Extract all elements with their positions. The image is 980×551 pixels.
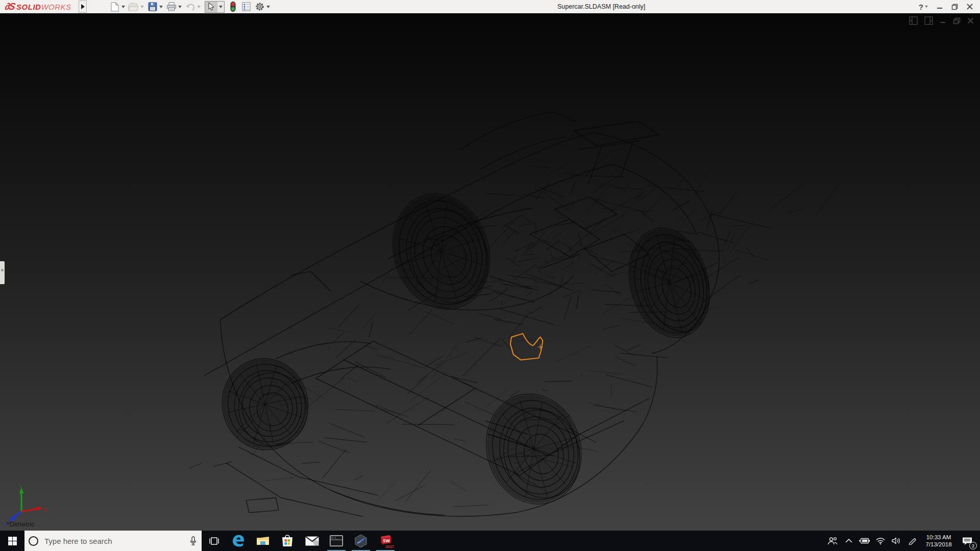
help-button[interactable]: ?	[917, 0, 930, 13]
cmd-title-text: C:\_	[331, 536, 338, 540]
restore-button[interactable]	[949, 0, 960, 13]
windows-logo-icon	[8, 537, 17, 545]
document-close-icon[interactable]	[967, 17, 974, 24]
command-prompt-icon: C:\_	[330, 535, 343, 546]
document-minimize-icon[interactable]	[940, 17, 946, 24]
rebuild-traffic-light-icon	[228, 1, 239, 12]
clock-date: 7/13/2018	[925, 541, 951, 548]
new-document-caret[interactable]	[120, 1, 126, 12]
window-controls: ?	[917, 0, 975, 13]
microphone-icon[interactable]	[190, 536, 197, 546]
windows-taskbar: C:\_ SW 2017	[0, 531, 980, 551]
search-input[interactable]	[44, 537, 190, 545]
title-bar: ∂S SOLIDWORKS	[0, 0, 980, 13]
task-view-icon	[209, 537, 219, 545]
mail-icon	[305, 536, 319, 546]
display-pane-right-icon[interactable]	[924, 16, 933, 25]
store-button[interactable]	[275, 531, 300, 551]
print-button[interactable]	[165, 1, 184, 13]
close-button[interactable]	[965, 0, 975, 13]
mail-button[interactable]	[300, 531, 324, 551]
save-icon	[147, 1, 158, 12]
help-caret-icon	[925, 6, 928, 8]
rebuild-button[interactable]	[227, 1, 240, 13]
quick-access-toolbar	[108, 0, 272, 13]
sw-letters: SW	[383, 538, 390, 543]
print-icon	[166, 1, 177, 12]
store-icon	[281, 534, 293, 547]
speaker-icon	[892, 537, 901, 544]
select-tool-caret[interactable]	[217, 2, 224, 12]
start-button[interactable]	[0, 531, 24, 551]
cortana-icon	[29, 536, 38, 546]
feature-manager-tab-dot-icon	[1, 269, 4, 271]
people-icon	[828, 537, 838, 545]
select-tool-button[interactable]	[205, 2, 217, 12]
clock-time: 10:33 AM	[926, 534, 951, 541]
file-properties-button[interactable]	[240, 1, 253, 13]
feature-manager-collapsed-tab[interactable]	[0, 261, 5, 284]
solidworks-logo[interactable]: ∂S SOLIDWORKS	[0, 0, 75, 13]
taskbar-clock[interactable]: 10:33 AM 7/13/2018	[920, 531, 958, 551]
new-document-button[interactable]	[108, 1, 127, 13]
wifi-icon	[876, 538, 885, 544]
battery-charging-icon	[859, 538, 870, 544]
display-pane-left-icon[interactable]	[909, 16, 918, 25]
task-view-button[interactable]	[202, 531, 226, 551]
hexagon-app-icon	[354, 534, 368, 548]
options-button[interactable]	[253, 1, 272, 13]
wireframe-model-canvas[interactable]	[0, 13, 980, 531]
undo-caret[interactable]	[196, 1, 202, 12]
edge-icon	[232, 534, 245, 547]
flyout-arrow-icon	[81, 4, 85, 9]
view-orientation-label: *Dimetric	[7, 520, 35, 528]
minimize-button[interactable]	[935, 0, 945, 13]
print-caret[interactable]	[177, 1, 183, 12]
edge-button[interactable]	[226, 531, 251, 551]
network-button[interactable]	[872, 531, 888, 551]
windows-ink-button[interactable]	[904, 531, 920, 551]
undo-icon	[185, 1, 196, 12]
select-cursor-icon	[208, 3, 214, 11]
options-caret[interactable]	[265, 1, 271, 12]
system-tray: 10:33 AM 7/13/2018 2	[825, 531, 980, 551]
open-caret[interactable]	[139, 1, 145, 12]
pen-icon	[908, 537, 916, 545]
menu-flyout-button[interactable]	[79, 1, 87, 13]
command-prompt-button[interactable]: C:\_	[324, 531, 349, 551]
window-title: Supercar.SLDASM [Read-only]	[557, 0, 645, 13]
new-document-icon	[109, 1, 120, 12]
open-icon	[128, 1, 139, 12]
solidworks-logo-icon: ∂S	[4, 1, 16, 12]
brand-name-light: WORKS	[41, 3, 71, 11]
notification-badge: 2	[969, 542, 977, 549]
open-button[interactable]	[127, 1, 146, 13]
graphics-area[interactable]: Y X Z *Dimetric	[0, 13, 980, 531]
save-button[interactable]	[146, 1, 165, 13]
select-tool-group	[205, 1, 225, 13]
chevron-up-icon	[845, 539, 852, 543]
hidden-icons-button[interactable]	[841, 531, 856, 551]
file-explorer-icon	[256, 536, 270, 546]
battery-button[interactable]	[856, 531, 872, 551]
triad-x-label: X	[44, 507, 47, 513]
sw-year-label: 2017	[385, 544, 394, 549]
hexagon-app-button[interactable]	[349, 531, 373, 551]
file-properties-icon	[241, 1, 252, 12]
brand-name-bold: SOLID	[16, 3, 41, 11]
volume-button[interactable]	[888, 531, 904, 551]
taskbar-app-icons: C:\_ SW 2017	[202, 531, 398, 551]
solidworks-2017-button[interactable]: SW 2017	[373, 531, 398, 551]
undo-button[interactable]	[184, 1, 203, 13]
document-restore-icon[interactable]	[953, 17, 961, 24]
file-explorer-button[interactable]	[251, 531, 275, 551]
document-window-controls	[909, 16, 974, 25]
save-caret[interactable]	[158, 1, 164, 12]
options-gear-icon	[254, 1, 265, 12]
people-button[interactable]	[825, 531, 841, 551]
taskbar-search[interactable]	[24, 531, 202, 551]
action-center-button[interactable]: 2	[958, 531, 977, 551]
triad-y-label: Y	[19, 484, 22, 489]
